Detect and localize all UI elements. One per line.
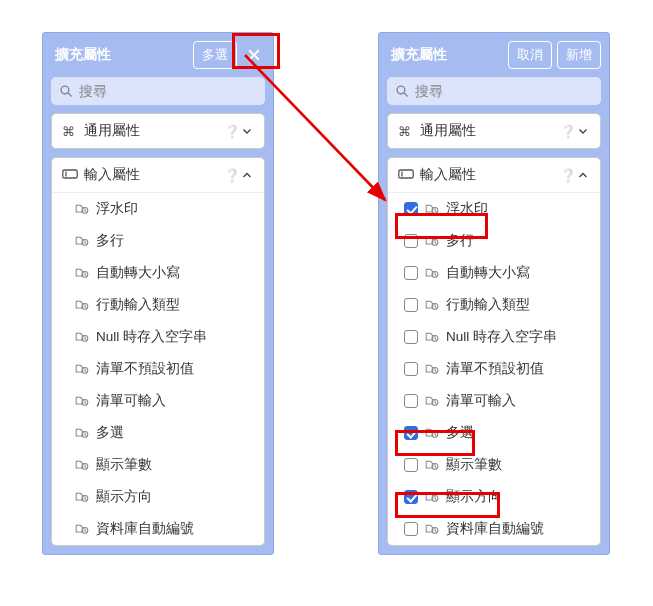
list-item[interactable]: 清單可輸入 <box>52 385 264 417</box>
item-checkbox[interactable] <box>404 394 418 408</box>
chevron-down-icon <box>576 124 590 138</box>
group-input-header[interactable]: 輸入屬性 ❔ <box>52 158 264 192</box>
group-input-header[interactable]: 輸入屬性 ❔ <box>388 158 600 192</box>
group-input-items: 浮水印多行自動轉大小寫行動輸入類型Null 時存入空字串清單不預設初值清單可輸入… <box>52 192 264 545</box>
list-item[interactable]: 顯示方向 <box>52 481 264 513</box>
list-item[interactable]: 顯示筆數 <box>52 449 264 481</box>
property-icon <box>424 362 440 376</box>
item-label: 浮水印 <box>446 200 488 218</box>
list-item[interactable]: 浮水印 <box>388 193 600 225</box>
panel-title: 擴充屬性 <box>55 46 188 64</box>
property-icon <box>424 330 440 344</box>
svg-line-35 <box>85 498 86 499</box>
item-checkbox[interactable] <box>404 362 418 376</box>
property-icon <box>424 234 440 248</box>
list-item[interactable]: 清單可輸入 <box>388 385 600 417</box>
multi-select-button-box: 多選 <box>188 41 237 69</box>
group-input: 輸入屬性 ❔ 浮水印多行自動轉大小寫行動輸入類型Null 時存入空字串清單不預設… <box>51 157 265 546</box>
item-label: 浮水印 <box>96 200 138 218</box>
group-general-header[interactable]: ⌘ 通用屬性 ❔ <box>52 114 264 148</box>
property-icon <box>74 394 90 408</box>
list-item[interactable]: 資料庫自動編號 <box>388 513 600 545</box>
svg-point-2 <box>61 86 69 94</box>
group-input-title: 輸入屬性 <box>84 166 220 184</box>
svg-line-45 <box>435 210 436 211</box>
group-general-title: 通用屬性 <box>420 122 556 140</box>
list-item[interactable]: 多行 <box>52 225 264 257</box>
item-label: 多行 <box>96 232 124 250</box>
item-label: 自動轉大小寫 <box>96 264 180 282</box>
item-checkbox[interactable] <box>404 490 418 504</box>
item-label: 多選 <box>96 424 124 442</box>
list-item[interactable]: 浮水印 <box>52 193 264 225</box>
property-icon <box>74 202 90 216</box>
search-box[interactable] <box>51 77 265 105</box>
svg-line-11 <box>85 242 86 243</box>
help-icon[interactable]: ❔ <box>224 168 240 183</box>
cancel-button[interactable]: 取消 <box>508 41 552 69</box>
property-icon <box>74 298 90 312</box>
item-checkbox[interactable] <box>404 234 418 248</box>
svg-line-17 <box>85 306 86 307</box>
item-label: 顯示筆數 <box>446 456 502 474</box>
svg-line-51 <box>435 274 436 275</box>
item-label: 多選 <box>446 424 474 442</box>
list-item[interactable]: 顯示筆數 <box>388 449 600 481</box>
search-input[interactable] <box>79 83 257 99</box>
search-input[interactable] <box>415 83 593 99</box>
list-item[interactable]: 清單不預設初值 <box>52 353 264 385</box>
svg-line-29 <box>85 434 86 435</box>
group-general: ⌘ 通用屬性 ❔ <box>51 113 265 149</box>
multi-select-button[interactable]: 多選 <box>193 41 237 69</box>
item-label: 自動轉大小寫 <box>446 264 530 282</box>
item-label: 清單可輸入 <box>96 392 166 410</box>
list-item[interactable]: Null 時存入空字串 <box>388 321 600 353</box>
svg-line-54 <box>435 306 436 307</box>
item-checkbox[interactable] <box>404 202 418 216</box>
group-input-title: 輸入屬性 <box>420 166 556 184</box>
property-icon <box>74 330 90 344</box>
list-item[interactable]: 行動輸入類型 <box>388 289 600 321</box>
group-general-header[interactable]: ⌘ 通用屬性 ❔ <box>388 114 600 148</box>
property-icon <box>424 202 440 216</box>
item-checkbox[interactable] <box>404 266 418 280</box>
property-icon <box>424 394 440 408</box>
close-button[interactable] <box>243 44 265 66</box>
svg-line-40 <box>404 93 408 97</box>
list-item[interactable]: 清單不預設初值 <box>388 353 600 385</box>
item-label: 顯示方向 <box>446 488 502 506</box>
svg-point-39 <box>397 86 405 94</box>
property-icon <box>424 426 440 440</box>
list-item[interactable]: 自動轉大小寫 <box>52 257 264 289</box>
group-input: 輸入屬性 ❔ 浮水印多行自動轉大小寫行動輸入類型Null 時存入空字串清單不預設… <box>387 157 601 546</box>
list-item[interactable]: 多選 <box>52 417 264 449</box>
list-item[interactable]: 多選 <box>388 417 600 449</box>
list-item[interactable]: 顯示方向 <box>388 481 600 513</box>
item-checkbox[interactable] <box>404 522 418 536</box>
panel-right-header: 擴充屬性 取消 新增 <box>379 33 609 77</box>
item-label: 行動輸入類型 <box>96 296 180 314</box>
property-icon <box>74 490 90 504</box>
svg-line-26 <box>85 402 86 403</box>
help-icon[interactable]: ❔ <box>560 168 576 183</box>
property-icon <box>74 266 90 280</box>
panel-title: 擴充屬性 <box>391 46 503 64</box>
help-icon[interactable]: ❔ <box>560 124 576 139</box>
list-item[interactable]: 多行 <box>388 225 600 257</box>
item-label: 資料庫自動編號 <box>96 520 194 538</box>
close-icon <box>246 47 262 63</box>
list-item[interactable]: 資料庫自動編號 <box>52 513 264 545</box>
svg-rect-41 <box>399 170 413 178</box>
list-item[interactable]: 自動轉大小寫 <box>388 257 600 289</box>
help-icon[interactable]: ❔ <box>224 124 240 139</box>
list-item[interactable]: Null 時存入空字串 <box>52 321 264 353</box>
item-checkbox[interactable] <box>404 330 418 344</box>
group-general: ⌘ 通用屬性 ❔ <box>387 113 601 149</box>
list-item[interactable]: 行動輸入類型 <box>52 289 264 321</box>
add-button[interactable]: 新增 <box>557 41 601 69</box>
item-checkbox[interactable] <box>404 426 418 440</box>
item-checkbox[interactable] <box>404 458 418 472</box>
item-checkbox[interactable] <box>404 298 418 312</box>
property-icon <box>74 362 90 376</box>
search-box[interactable] <box>387 77 601 105</box>
